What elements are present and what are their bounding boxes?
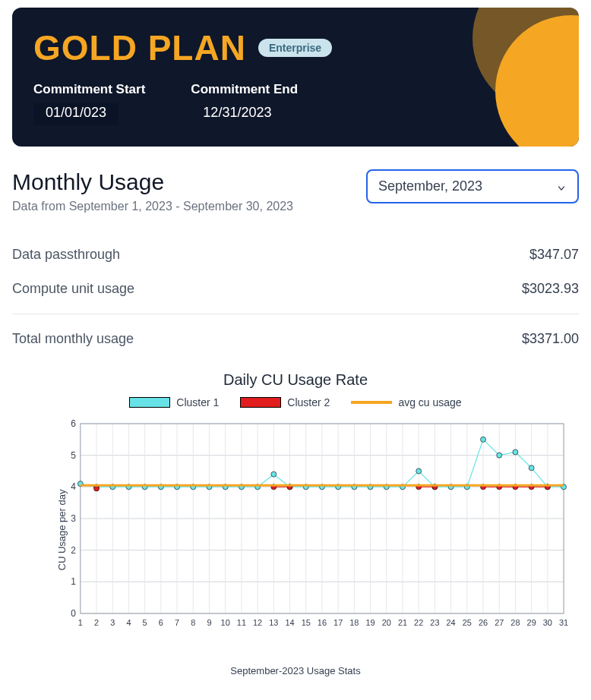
legend-label: Cluster 2 (287, 396, 330, 408)
svg-point-108 (94, 486, 100, 491)
month-select-value: September, 2023 (378, 178, 482, 194)
usage-row-value: $3023.93 (522, 281, 579, 297)
commitment-end-value: 12/31/2023 (191, 103, 298, 125)
svg-text:4: 4 (71, 481, 76, 492)
svg-text:25: 25 (463, 618, 472, 627)
legend-item: Cluster 2 (240, 396, 330, 408)
svg-text:2: 2 (94, 618, 99, 627)
svg-text:14: 14 (285, 618, 294, 627)
svg-text:30: 30 (543, 618, 552, 627)
svg-text:28: 28 (510, 618, 520, 627)
commitment-end-label: Commitment End (191, 82, 298, 97)
monthly-usage-subtitle: Data from September 1, 2023 - September … (12, 200, 293, 213)
svg-text:23: 23 (430, 618, 439, 627)
legend-label: Cluster 1 (176, 396, 219, 408)
svg-point-98 (416, 468, 422, 474)
svg-text:22: 22 (414, 618, 423, 627)
svg-point-105 (529, 465, 534, 471)
svg-text:1: 1 (71, 576, 76, 587)
commitment-start-value: 01/01/023 (33, 103, 119, 125)
svg-point-103 (497, 452, 502, 458)
svg-text:29: 29 (527, 618, 536, 627)
chart-legend: Cluster 1 Cluster 2 avg cu usage (12, 396, 579, 408)
svg-text:17: 17 (333, 618, 343, 627)
svg-text:15: 15 (302, 618, 311, 627)
svg-text:20: 20 (382, 618, 391, 627)
usage-total-value: $3371.00 (522, 331, 579, 347)
legend-item: avg cu usage (351, 396, 461, 408)
svg-text:5: 5 (71, 450, 76, 461)
plan-card: GOLD PLAN Enterprise Commitment Start 01… (12, 8, 579, 147)
commitment-end: Commitment End 12/31/2023 (191, 82, 298, 125)
usage-row: Compute unit usage $3023.93 (12, 272, 579, 306)
commitment-start: Commitment Start 01/01/023 (33, 82, 145, 125)
svg-text:6: 6 (71, 418, 76, 429)
svg-text:6: 6 (159, 618, 163, 627)
svg-point-104 (513, 449, 518, 455)
legend-swatch-cluster1 (129, 397, 170, 408)
plan-title: GOLD PLAN (33, 27, 246, 68)
chart-ylabel: CU Usage per day (56, 490, 68, 571)
svg-point-102 (481, 437, 486, 442)
legend-swatch-avg (351, 401, 392, 404)
svg-text:3: 3 (71, 513, 76, 524)
svg-text:31: 31 (559, 618, 568, 627)
chart-svg: 0123456123456789101112131415161718192021… (58, 416, 571, 644)
svg-text:24: 24 (447, 618, 456, 627)
usage-row: Data passthrough $347.07 (12, 238, 579, 272)
svg-point-89 (271, 471, 277, 477)
legend-item: Cluster 1 (129, 396, 219, 408)
usage-row-value: $347.07 (529, 247, 579, 263)
svg-text:10: 10 (221, 618, 230, 627)
svg-text:0: 0 (71, 608, 76, 619)
chart-plot: CU Usage per day 01234561234567891011121… (58, 416, 571, 644)
svg-text:3: 3 (110, 618, 115, 627)
plan-tier-badge: Enterprise (258, 39, 332, 57)
legend-swatch-cluster2 (240, 397, 281, 408)
svg-text:12: 12 (253, 618, 262, 627)
legend-label: avg cu usage (398, 396, 461, 408)
svg-text:26: 26 (479, 618, 488, 627)
svg-text:19: 19 (365, 618, 375, 627)
svg-text:18: 18 (349, 618, 359, 627)
usage-row-label: Data passthrough (12, 247, 120, 263)
commitment-start-label: Commitment Start (33, 82, 145, 97)
svg-text:11: 11 (237, 618, 246, 627)
svg-text:8: 8 (191, 618, 195, 627)
svg-text:13: 13 (269, 618, 278, 627)
svg-text:9: 9 (207, 618, 211, 627)
usage-total-row: Total monthly usage $3371.00 (12, 314, 579, 356)
month-select[interactable]: September, 2023 (366, 169, 579, 203)
svg-text:1: 1 (78, 618, 83, 627)
chart-title: Daily CU Usage Rate (12, 371, 579, 389)
usage-total-label: Total monthly usage (12, 331, 134, 347)
chevron-down-icon (556, 181, 567, 192)
svg-text:21: 21 (398, 618, 407, 627)
svg-text:16: 16 (318, 618, 327, 627)
usage-row-label: Compute unit usage (12, 281, 134, 297)
svg-text:4: 4 (126, 618, 131, 627)
svg-text:5: 5 (143, 618, 147, 627)
svg-text:7: 7 (175, 618, 179, 627)
chart-xlabel: September-2023 Usage Stats (12, 665, 579, 676)
monthly-usage-title: Monthly Usage (12, 169, 293, 195)
svg-text:27: 27 (495, 618, 504, 627)
svg-text:2: 2 (71, 545, 76, 556)
